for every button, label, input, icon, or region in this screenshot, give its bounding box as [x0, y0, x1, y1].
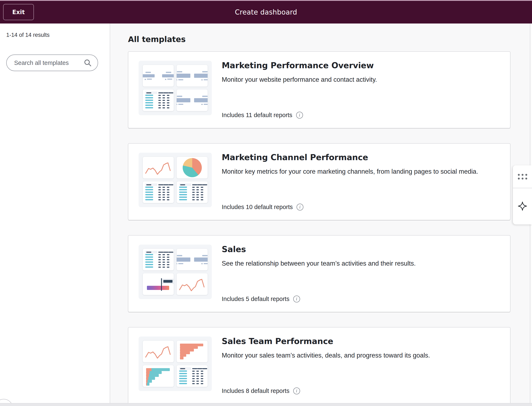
info-icon[interactable]: i [293, 296, 300, 302]
mini-table [143, 89, 174, 111]
search-box [6, 54, 98, 71]
template-title: Marketing Performance Overview [222, 61, 498, 70]
window-bottom-edge [0, 403, 532, 406]
mini-pie-chart [177, 157, 208, 178]
template-card-sales[interactable]: Sales See the relationship between your … [128, 235, 511, 312]
mini-horizontal-bar-chart [177, 341, 208, 362]
info-icon[interactable]: i [293, 387, 300, 394]
template-card-sales-team-performance[interactable]: Sales Team Performance Monitor your sale… [128, 327, 511, 404]
top-accent-strip [0, 0, 532, 1]
template-title: Sales Team Performance [222, 337, 498, 346]
mini-table [143, 181, 174, 203]
mini-kpi-pair-small [143, 65, 174, 87]
mini-table [143, 249, 174, 270]
header: Exit Create dashboard [0, 1, 532, 23]
mini-line-chart [143, 341, 174, 362]
template-description: See the relationship between your team’s… [222, 260, 498, 267]
template-title: Sales [222, 245, 498, 254]
copilot-button[interactable] [513, 188, 532, 224]
sidebar: 1-14 of 14 results [0, 23, 110, 403]
template-thumbnail [139, 245, 212, 299]
mini-line-chart [177, 273, 208, 295]
mini-table [177, 365, 208, 387]
page-title: Create dashboard [235, 8, 297, 16]
exit-button[interactable]: Exit [3, 4, 34, 20]
templates-panel: All templates Marketing Performance Over… [111, 23, 532, 403]
sparkle-icon [518, 201, 527, 211]
results-count: 1-14 of 14 results [6, 32, 104, 38]
info-icon[interactable]: i [296, 112, 303, 119]
includes-reports-text: Includes 8 default reports [222, 387, 290, 394]
section-heading: All templates [128, 35, 511, 44]
mini-stacked-bar-chart [143, 365, 174, 387]
mini-table [177, 181, 208, 203]
copilot-flyout-panel [513, 165, 532, 225]
includes-reports-text: Includes 10 default reports [222, 204, 293, 210]
template-description: Monitor your sales team’s activities, de… [222, 352, 498, 359]
template-card-marketing-channel-performance[interactable]: Marketing Channel Performance Monitor ke… [128, 143, 511, 220]
template-title: Marketing Channel Performance [222, 153, 498, 162]
template-thumbnail [139, 61, 212, 115]
goal-flag-icon [162, 279, 174, 284]
drag-handle[interactable] [513, 165, 532, 188]
search-icon [84, 59, 92, 66]
includes-reports-text: Includes 5 default reports [222, 296, 290, 302]
template-thumbnail [139, 337, 212, 391]
template-card-marketing-performance-overview[interactable]: Marketing Performance Overview Monitor y… [128, 51, 511, 128]
mini-goal-progress-chart [143, 273, 174, 295]
template-thumbnail [139, 153, 212, 207]
mini-kpi-pair [177, 89, 208, 111]
mini-kpi-pair [177, 249, 208, 270]
includes-reports-text: Includes 11 default reports [222, 112, 292, 119]
mini-line-chart [143, 157, 174, 178]
mini-kpi-pair [177, 65, 208, 87]
template-description: Monitor your website performance and con… [222, 76, 498, 83]
template-description: Monitor key metrics for your core market… [222, 168, 498, 175]
info-icon[interactable]: i [297, 204, 303, 210]
drag-handle-icon [518, 174, 527, 180]
